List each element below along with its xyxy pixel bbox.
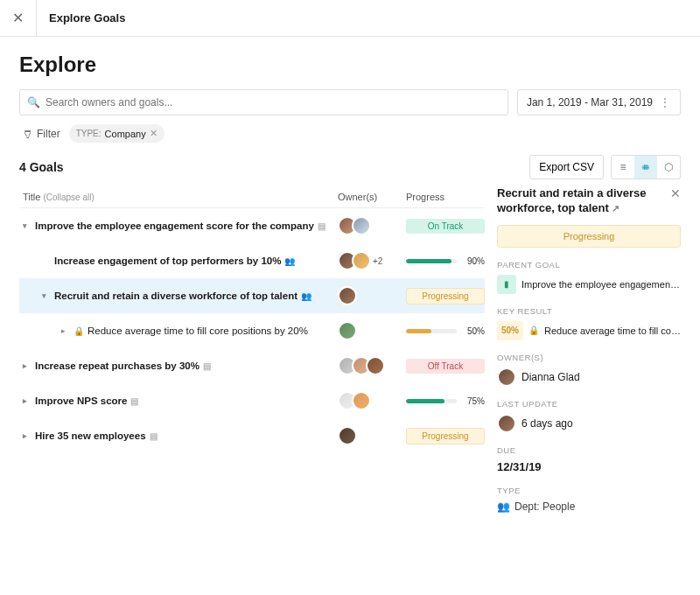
avatar[interactable] bbox=[352, 391, 371, 410]
col-progress: Progress bbox=[406, 192, 485, 202]
goal-title: Reduce average time to fill core positio… bbox=[88, 326, 308, 336]
avatar[interactable] bbox=[338, 286, 357, 305]
owners-cell bbox=[338, 321, 406, 340]
status-pill: Progressing bbox=[406, 288, 485, 304]
filter-button[interactable]: ⩢ Filter bbox=[23, 128, 60, 140]
progress-cell: On Track bbox=[406, 219, 485, 234]
search-icon: 🔍 bbox=[27, 96, 40, 108]
parent-goal-label: PARENT GOAL bbox=[497, 260, 681, 270]
goal-title: Hire 35 new employees bbox=[35, 430, 146, 441]
progress-cell: Progressing bbox=[406, 428, 485, 444]
caret-icon[interactable]: ▾ bbox=[42, 291, 51, 300]
view-org-icon[interactable]: ⬡ bbox=[657, 156, 680, 178]
avatar[interactable] bbox=[366, 356, 385, 375]
goal-title: Increase repeat purchases by 30% bbox=[35, 360, 200, 371]
people-icon: 👥 bbox=[284, 256, 295, 266]
view-tree-icon[interactable]: ⩩ bbox=[634, 156, 657, 178]
goal-row[interactable]: ▸🔒Reduce average time to fill core posit… bbox=[19, 313, 485, 348]
caret-icon[interactable]: ▸ bbox=[23, 431, 32, 440]
parent-goal-link[interactable]: ▮ Improve the employee engagement sco... bbox=[497, 275, 681, 294]
search-input[interactable] bbox=[46, 96, 500, 108]
detail-title: Recruit and retain a diverse workforce, … bbox=[497, 186, 681, 216]
avatar bbox=[497, 368, 516, 387]
col-owners: Owner(s) bbox=[338, 192, 406, 202]
goal-title: Increase engagement of top performers by… bbox=[54, 256, 281, 266]
goal-title: Improve the employee engagement score fo… bbox=[35, 220, 314, 231]
owners-cell bbox=[338, 286, 406, 305]
goal-row[interactable]: ▸Increase repeat purchases by 30%▤Off Tr… bbox=[19, 348, 485, 383]
detail-panel: ✕ Recruit and retain a diverse workforce… bbox=[497, 186, 681, 525]
view-list-icon[interactable]: ≡ bbox=[612, 156, 634, 178]
date-range-text: Jan 1, 2019 - Mar 31, 2019 bbox=[527, 96, 653, 108]
kebab-icon[interactable]: ⋮ bbox=[660, 96, 671, 108]
avatar[interactable] bbox=[352, 216, 371, 235]
progress-cell: 75% bbox=[406, 396, 485, 406]
date-range-picker[interactable]: Jan 1, 2019 - Mar 31, 2019 ⋮ bbox=[517, 89, 681, 116]
export-csv-button[interactable]: Export CSV bbox=[529, 155, 604, 179]
type-value: 👥 Dept: People bbox=[497, 500, 681, 513]
due-label: DUE bbox=[497, 445, 681, 455]
key-result-pct: 50% bbox=[497, 321, 523, 340]
progress-cell: 50% bbox=[406, 326, 485, 336]
collapse-all-link[interactable]: (Collapse all) bbox=[43, 192, 94, 202]
chart-icon: ▮ bbox=[497, 275, 516, 294]
owners-cell: +2 bbox=[338, 251, 406, 270]
doc-icon: ▤ bbox=[318, 221, 326, 231]
avatar bbox=[497, 414, 516, 433]
col-title: Title bbox=[23, 192, 40, 202]
goals-count: 4 Goals bbox=[19, 160, 64, 174]
goal-row[interactable]: ▾Improve the employee engagement score f… bbox=[19, 208, 485, 243]
doc-icon: ▤ bbox=[130, 396, 138, 406]
page-title: Explore Goals bbox=[49, 11, 125, 24]
progress-bar bbox=[406, 329, 457, 333]
owners-more[interactable]: +2 bbox=[373, 256, 382, 266]
progress-bar bbox=[406, 259, 457, 263]
progress-cell: 90% bbox=[406, 256, 485, 266]
close-icon[interactable]: ✕ bbox=[12, 0, 37, 37]
due-value: 12/31/19 bbox=[497, 460, 681, 473]
owners-cell bbox=[338, 426, 406, 445]
type-label: TYPE bbox=[497, 486, 681, 495]
last-update-label: LAST UPDATE bbox=[497, 399, 681, 409]
goal-row[interactable]: ▾Recruit and retain a diverse workforce … bbox=[19, 278, 485, 313]
goals-table: Title (Collapse all) Owner(s) Progress ▾… bbox=[19, 186, 485, 525]
chip-remove-icon[interactable]: ✕ bbox=[150, 128, 158, 139]
key-result-link[interactable]: 50% 🔒 Reduce average time to fill core p… bbox=[497, 321, 681, 340]
owner-row[interactable]: Dianna Glad bbox=[497, 368, 681, 387]
caret-icon[interactable]: ▾ bbox=[23, 221, 32, 230]
detail-status-pill: Progressing bbox=[497, 225, 681, 248]
lock-icon: 🔒 bbox=[74, 326, 84, 336]
status-pill: Progressing bbox=[406, 428, 485, 444]
view-toggle: ≡ ⩩ ⬡ bbox=[611, 155, 681, 179]
owners-cell bbox=[338, 356, 406, 375]
people-icon: 👥 bbox=[497, 500, 510, 513]
people-icon: 👥 bbox=[301, 291, 312, 301]
progress-cell: Progressing bbox=[406, 288, 485, 304]
caret-icon[interactable]: ▸ bbox=[23, 361, 32, 370]
goal-row[interactable]: ▸Improve NPS score▤75% bbox=[19, 383, 485, 418]
avatar[interactable] bbox=[338, 426, 357, 445]
progress-pct: 50% bbox=[462, 326, 485, 336]
lock-icon: 🔒 bbox=[528, 326, 539, 335]
external-link-icon[interactable]: ↗ bbox=[612, 203, 620, 214]
last-update-row: 6 days ago bbox=[497, 414, 681, 433]
goal-title: Improve NPS score bbox=[35, 396, 127, 406]
goal-row[interactable]: Increase engagement of top performers by… bbox=[19, 243, 485, 278]
owners-cell bbox=[338, 216, 406, 235]
filter-chip-type[interactable]: TYPE: Company ✕ bbox=[69, 124, 164, 143]
progress-pct: 75% bbox=[462, 396, 485, 406]
goal-row[interactable]: ▸Hire 35 new employees▤Progressing bbox=[19, 418, 485, 453]
owner-name: Dianna Glad bbox=[522, 371, 580, 383]
avatar[interactable] bbox=[338, 321, 357, 340]
search-input-wrap[interactable]: 🔍 bbox=[19, 89, 508, 116]
caret-icon[interactable]: ▸ bbox=[61, 326, 70, 335]
caret-icon[interactable]: ▸ bbox=[23, 396, 32, 405]
progress-cell: Off Track bbox=[406, 359, 485, 374]
progress-pct: 90% bbox=[462, 256, 485, 266]
status-pill: Off Track bbox=[406, 359, 485, 374]
avatar[interactable] bbox=[352, 251, 371, 270]
owners-cell bbox=[338, 391, 406, 410]
goal-title: Recruit and retain a diverse workforce o… bbox=[54, 290, 298, 301]
panel-close-icon[interactable]: ✕ bbox=[670, 186, 681, 200]
owners-label: OWNER(S) bbox=[497, 353, 681, 362]
